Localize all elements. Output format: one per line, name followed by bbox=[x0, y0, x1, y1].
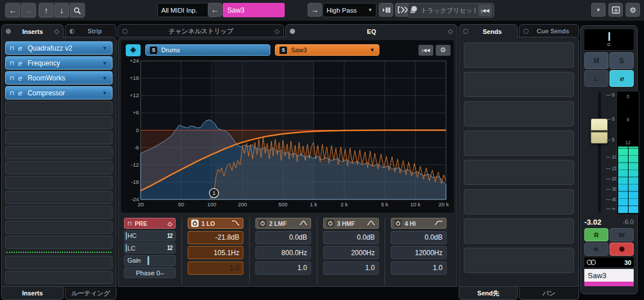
empty-send-slot[interactable] bbox=[464, 101, 574, 126]
bypass-icon[interactable]: ⊓ bbox=[6, 75, 18, 81]
band4-header[interactable]: 4 HI bbox=[391, 218, 447, 229]
track-name-field[interactable]: Saw3 bbox=[223, 3, 285, 17]
pan-control[interactable]: C bbox=[584, 29, 634, 50]
tab-inserts-bottom[interactable]: Inserts bbox=[1, 287, 64, 300]
listen-button[interactable]: L bbox=[584, 70, 608, 87]
band4-gain-field[interactable]: 0.0dB bbox=[391, 231, 447, 244]
compare-icon[interactable] bbox=[126, 44, 141, 56]
current-track-select[interactable]: S Saw3 ▼ bbox=[275, 44, 379, 56]
filter-mode-select[interactable]: High Pass ▼ bbox=[323, 3, 377, 17]
tab-routing[interactable]: ルーティング bbox=[65, 287, 117, 300]
empty-insert-slot[interactable] bbox=[5, 146, 112, 159]
hc-slope-value[interactable]: 12 bbox=[167, 233, 172, 239]
empty-insert-slot[interactable] bbox=[5, 221, 112, 234]
tab-cue-sends[interactable]: Cue Sends bbox=[519, 24, 579, 37]
band2-q-field[interactable]: 1.0 bbox=[255, 261, 311, 275]
empty-send-slot[interactable] bbox=[464, 43, 574, 68]
tab-sends[interactable]: Sends bbox=[459, 24, 518, 38]
insert-slot[interactable]: ⊓eRoomWorks▼ bbox=[5, 71, 112, 84]
empty-insert-slot[interactable] bbox=[5, 191, 112, 204]
power-icon[interactable] bbox=[327, 220, 334, 227]
band1-gain-field[interactable]: -21.8dB bbox=[188, 231, 243, 244]
insert-slot[interactable]: ⊓eQuadrafuzz v2▼ bbox=[5, 41, 112, 55]
arrow-up-icon[interactable]: ↑ bbox=[39, 3, 53, 17]
tab-send-destination[interactable]: Send先 bbox=[459, 287, 518, 300]
lc-slope-value[interactable]: 12 bbox=[167, 245, 172, 251]
band2-gain-field[interactable]: 0.0dB bbox=[255, 231, 311, 244]
empty-insert-slot[interactable] bbox=[5, 206, 112, 219]
tab-send-pan[interactable]: パン bbox=[519, 287, 579, 300]
edit-plugin-icon[interactable]: e bbox=[18, 89, 28, 97]
empty-insert-slot[interactable] bbox=[5, 176, 112, 189]
peak-curve-icon[interactable] bbox=[367, 220, 375, 227]
tab-channel-strip[interactable]: チャンネルストリップ ◇ bbox=[118, 24, 284, 37]
preset-name-field[interactable]: トラックプリセットな.. bbox=[421, 6, 476, 15]
band3-freq-field[interactable]: 2000Hz bbox=[323, 246, 379, 259]
eq-curve-graph[interactable]: 1+24+18+12+60-6-12-18-2420501002005001 k… bbox=[125, 58, 450, 209]
band3-gain-field[interactable]: 0.0dB bbox=[323, 231, 379, 244]
empty-send-slot[interactable] bbox=[464, 72, 574, 97]
preset-rewind-icon[interactable]: |◀◀ bbox=[478, 5, 492, 16]
settings-gear-icon[interactable]: ⚙ bbox=[626, 3, 640, 17]
empty-insert-slot[interactable] bbox=[5, 101, 112, 114]
record-enable-button[interactable] bbox=[610, 243, 634, 256]
mute-button[interactable]: M bbox=[584, 52, 608, 69]
tab-eq[interactable]: EQ ◇ bbox=[285, 24, 457, 38]
empty-insert-slot[interactable] bbox=[5, 271, 112, 284]
high-cut-slider[interactable]: HC 12 bbox=[124, 230, 176, 241]
next-track-button[interactable]: → bbox=[308, 3, 322, 17]
fader-handle[interactable] bbox=[591, 118, 608, 144]
band3-q-field[interactable]: 1.0 bbox=[323, 261, 379, 275]
solo-button[interactable]: S bbox=[610, 52, 634, 69]
eq-reset-icon[interactable]: |◀◀ bbox=[418, 45, 433, 56]
chevron-down-icon[interactable]: ▼ bbox=[102, 45, 112, 51]
pan-position-handle[interactable] bbox=[608, 32, 610, 41]
phase-button[interactable]: Phase 0– bbox=[124, 267, 176, 278]
pre-gain-slider[interactable]: Gain bbox=[124, 255, 176, 266]
prev-track-button[interactable]: ← bbox=[208, 3, 222, 17]
bypass-icon[interactable]: ⊓ bbox=[6, 60, 18, 66]
reference-track-button[interactable]: S Drums bbox=[145, 44, 270, 56]
forward-icon[interactable]: → bbox=[21, 3, 36, 17]
midi-keyboard-icon[interactable] bbox=[379, 3, 393, 17]
edit-plugin-icon[interactable]: e bbox=[18, 59, 28, 67]
empty-send-slot[interactable] bbox=[464, 218, 574, 244]
edit-plugin-icon[interactable]: e bbox=[18, 44, 28, 52]
empty-send-slot[interactable] bbox=[464, 160, 574, 185]
band2-freq-field[interactable]: 800.0Hz bbox=[255, 246, 311, 259]
empty-insert-slot[interactable] bbox=[5, 116, 112, 129]
empty-insert-slot[interactable] bbox=[5, 256, 112, 269]
band2-header[interactable]: 2 LMF bbox=[255, 218, 311, 229]
tab-strip[interactable]: Strip bbox=[65, 24, 117, 37]
channel-name-label[interactable]: Saw3 bbox=[584, 269, 634, 282]
chevron-down-icon[interactable]: ▼ bbox=[102, 75, 112, 81]
empty-send-slot[interactable] bbox=[464, 189, 574, 214]
search-icon[interactable] bbox=[70, 3, 84, 17]
arrow-down-icon[interactable]: ↓ bbox=[55, 3, 69, 17]
pre-header[interactable]: ⊓ PRE ◇ bbox=[124, 218, 176, 229]
window-setup-icon[interactable]: ⚙ bbox=[608, 3, 623, 17]
empty-send-slot[interactable] bbox=[464, 130, 574, 156]
meter-peak-value[interactable]: -6.0 bbox=[623, 218, 634, 225]
bypass-icon[interactable]: ⊓ bbox=[6, 45, 18, 51]
eq-settings-gear-icon[interactable]: ⚙ bbox=[436, 45, 451, 56]
edit-plugin-icon[interactable]: e bbox=[18, 74, 28, 82]
bypass-icon[interactable]: ⊓ bbox=[6, 90, 18, 96]
back-icon[interactable]: ← bbox=[6, 3, 20, 17]
band4-q-field[interactable]: 1.0 bbox=[391, 261, 447, 275]
insert-slot[interactable]: ⊓eFrequency▼ bbox=[5, 56, 112, 70]
toolbar-dropdown-icon[interactable]: ▼ bbox=[591, 3, 606, 17]
write-automation-button[interactable]: W bbox=[610, 228, 634, 241]
fader-level-value[interactable]: -3.02 bbox=[584, 218, 602, 226]
bypass-icon[interactable]: ⊓ bbox=[127, 220, 132, 226]
edit-channel-button[interactable]: e bbox=[610, 70, 634, 87]
band4-freq-field[interactable]: 12000Hz bbox=[391, 246, 447, 259]
chevron-down-icon[interactable]: ▼ bbox=[102, 60, 112, 66]
insert-slot[interactable]: ⊓eCompressor▼ bbox=[5, 86, 112, 99]
tab-inserts[interactable]: Inserts ◇ bbox=[1, 24, 64, 38]
empty-insert-slot[interactable] bbox=[5, 131, 112, 144]
empty-insert-slot[interactable] bbox=[5, 161, 112, 174]
empty-send-slot[interactable] bbox=[464, 248, 574, 273]
band3-header[interactable]: 3 HMF bbox=[323, 218, 379, 229]
highpass-curve-icon[interactable] bbox=[231, 220, 240, 227]
